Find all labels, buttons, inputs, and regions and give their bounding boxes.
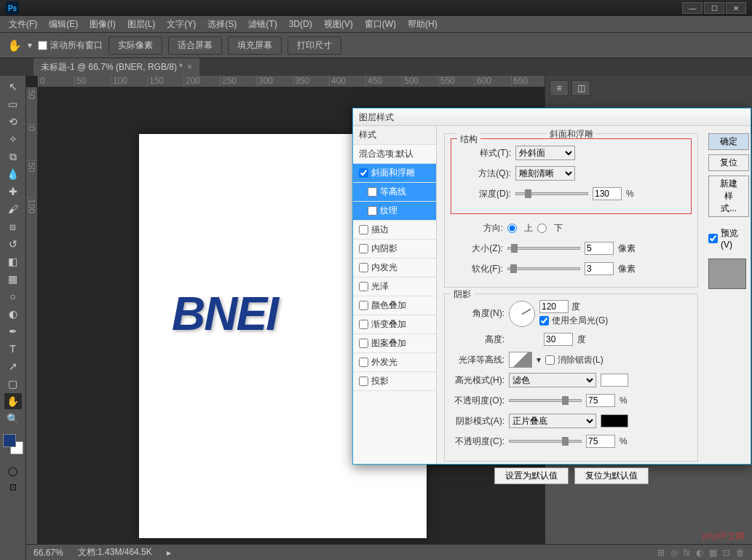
menu-edit[interactable]: 编辑(E) [43, 17, 84, 32]
status-icon[interactable]: ⊞ [657, 548, 665, 558]
shape-tool[interactable]: ▢ [4, 376, 22, 392]
heal-tool[interactable]: ✚ [4, 184, 22, 200]
highlight-opacity-input[interactable] [586, 394, 615, 407]
marquee-tool[interactable]: ▭ [4, 96, 22, 112]
set-default-button[interactable]: 设置为默认值 [494, 468, 569, 484]
method-select[interactable]: 雕刻清晰 [515, 166, 575, 181]
global-light-check[interactable]: 使用全局光(G) [539, 315, 608, 327]
mini-tab-icon[interactable]: ◫ [571, 80, 590, 96]
preview-checkbox[interactable]: 预览(V) [708, 227, 748, 250]
angle-widget[interactable] [509, 301, 535, 327]
style-select[interactable]: 外斜面 [515, 146, 575, 160]
up-radio[interactable] [507, 222, 517, 234]
style-stroke[interactable]: 描边 [353, 221, 436, 240]
angle-input[interactable] [539, 300, 569, 313]
pen-tool[interactable]: ✒ [4, 323, 22, 339]
style-drop-shadow[interactable]: 投影 [353, 372, 436, 391]
print-size-button[interactable]: 打印尺寸 [288, 36, 341, 55]
menu-window[interactable]: 窗口(W) [359, 17, 402, 32]
document-tab[interactable]: 未标题-1 @ 66.7% (BNER, RGB/8) * × [33, 58, 199, 76]
zoom-tool[interactable]: 🔍 [4, 411, 22, 427]
satin-check[interactable] [359, 282, 368, 291]
styles-header[interactable]: 样式 [353, 126, 436, 145]
depth-slider[interactable] [515, 192, 588, 195]
eyedropper-tool[interactable]: 💧 [4, 166, 22, 182]
highlight-opacity-slider[interactable] [509, 399, 582, 402]
cancel-button[interactable]: 复位 [708, 154, 749, 171]
down-radio[interactable] [537, 222, 547, 234]
minimize-button[interactable]: — [682, 2, 702, 14]
history-brush-tool[interactable]: ↺ [4, 236, 22, 252]
wand-tool[interactable]: ✧ [4, 131, 22, 147]
status-icon[interactable]: fx [684, 548, 690, 558]
status-icon[interactable]: ▦ [709, 548, 717, 558]
close-button[interactable]: ✕ [726, 2, 746, 14]
fit-screen-button[interactable]: 适合屏幕 [168, 36, 222, 55]
tab-close-icon[interactable]: × [187, 62, 192, 72]
menu-3d[interactable]: 3D(D) [283, 17, 318, 31]
style-bevel[interactable]: 斜面和浮雕 [353, 164, 436, 183]
menu-image[interactable]: 图像(I) [84, 17, 121, 32]
style-grad-overlay[interactable]: 渐变叠加 [353, 315, 436, 334]
color-overlay-check[interactable] [359, 301, 368, 310]
inner-glow-check[interactable] [359, 263, 368, 272]
style-inner-glow[interactable]: 内发光 [353, 259, 436, 277]
actual-pixels-button[interactable]: 实际像素 [108, 36, 162, 55]
dodge-tool[interactable]: ◐ [4, 306, 22, 322]
reset-default-button[interactable]: 复位为默认值 [574, 468, 649, 484]
lasso-tool[interactable]: ⟲ [4, 114, 22, 130]
scroll-all-input[interactable] [38, 41, 47, 50]
crop-tool[interactable]: ⧉ [4, 149, 22, 165]
maximize-button[interactable]: ☐ [704, 2, 724, 14]
stroke-check[interactable] [359, 225, 368, 234]
inner-shadow-check[interactable] [359, 244, 368, 253]
brush-tool[interactable]: 🖌 [4, 201, 22, 217]
drop-shadow-check[interactable] [359, 376, 368, 386]
depth-input[interactable] [593, 187, 622, 200]
direction-up[interactable]: 上 [507, 222, 533, 234]
gradient-tool[interactable]: ▦ [4, 271, 22, 287]
type-tool[interactable]: T [4, 341, 22, 357]
menu-help[interactable]: 帮助(H) [402, 17, 443, 32]
shadow-opacity-slider[interactable] [509, 440, 582, 443]
zoom-value[interactable]: 66.67% [33, 548, 63, 558]
altitude-input[interactable] [544, 333, 573, 346]
shadow-opacity-input[interactable] [586, 435, 615, 448]
status-icon[interactable]: 🗑 [736, 548, 745, 558]
hand-tool[interactable]: ✋ [4, 393, 22, 409]
quickmask-toggle[interactable]: ◯ [8, 466, 17, 476]
global-light-input[interactable] [539, 316, 549, 326]
style-satin[interactable]: 光泽 [353, 277, 436, 296]
new-style-button[interactable]: 新建样式... [708, 176, 749, 217]
menu-file[interactable]: 文件(F) [3, 17, 43, 32]
shadow-color[interactable] [601, 414, 628, 427]
dialog-title[interactable]: 图层样式 [353, 109, 751, 126]
preview-input[interactable] [708, 234, 718, 243]
antialias-check[interactable]: 消除锯齿(L) [545, 354, 603, 366]
soften-slider[interactable] [507, 267, 580, 270]
style-contour[interactable]: 等高线 [353, 183, 436, 202]
style-color-overlay[interactable]: 颜色叠加 [353, 296, 436, 315]
mini-tab-icon[interactable]: ≡ [550, 80, 569, 96]
size-input[interactable] [585, 242, 614, 255]
eraser-tool[interactable]: ◧ [4, 253, 22, 269]
style-texture[interactable]: 纹理 [353, 202, 436, 221]
menu-view[interactable]: 视图(V) [318, 17, 359, 32]
soften-input[interactable] [585, 262, 614, 275]
foreground-color[interactable] [3, 434, 16, 447]
outer-glow-check[interactable] [359, 358, 368, 367]
ok-button[interactable]: 确定 [708, 133, 749, 150]
stamp-tool[interactable]: ⧇ [4, 218, 22, 234]
direction-down[interactable]: 下 [537, 222, 563, 234]
doc-info-dropdown-icon[interactable]: ▸ [167, 548, 171, 558]
pattern-overlay-check[interactable] [359, 339, 368, 348]
texture-check[interactable] [368, 206, 377, 216]
style-outer-glow[interactable]: 外发光 [353, 353, 436, 372]
grad-overlay-check[interactable] [359, 320, 368, 329]
screenmode-toggle[interactable]: ⊡ [9, 482, 17, 492]
menu-layer[interactable]: 图层(L) [122, 17, 162, 32]
status-icon[interactable]: ◎ [670, 548, 678, 558]
highlight-mode-select[interactable]: 滤色 [509, 373, 596, 387]
gloss-dropdown-icon[interactable]: ▾ [537, 355, 541, 365]
style-pattern-overlay[interactable]: 图案叠加 [353, 334, 436, 353]
